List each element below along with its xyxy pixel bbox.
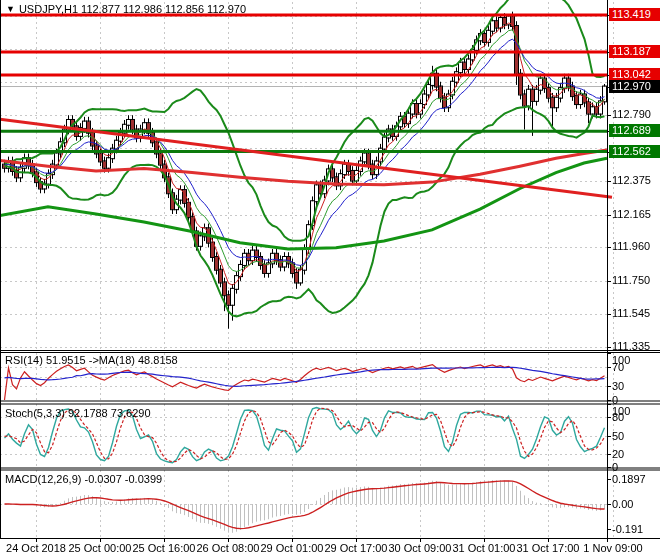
symbol-dropdown-icon[interactable]: ▼ — [6, 4, 15, 15]
price-badge-red: 113.419 — [609, 8, 660, 21]
chart-title: USDJPY,H1 112.877 112.986 112.856 112.97… — [19, 3, 246, 15]
macd-indicator-label: MACD(12,26,9) -0.0307 -0.0399 — [5, 473, 162, 485]
rsi-indicator-label: RSI(14) 51.9515 ->MA(18) 48.8158 — [5, 354, 178, 366]
indicator-scale-tick: 20 — [612, 448, 624, 460]
indicator-scale-tick: 80 — [612, 411, 624, 423]
indicator-scale-tick: 0 — [612, 461, 618, 473]
time-axis-label: 1 Nov 09:00 — [568, 542, 658, 554]
price-badge-green: 112.562 — [609, 145, 660, 158]
indicator-scale-tick: -0.191 — [612, 523, 643, 535]
price-badge-red: 113.187 — [609, 45, 660, 58]
indicator-scale-tick: 70 — [612, 361, 624, 373]
indicator-scale-tick: 0.00 — [612, 498, 633, 510]
chart-title-bar: ▼ USDJPY,H1 112.877 112.986 112.856 112.… — [6, 3, 246, 15]
price-tick: 111.335 — [612, 340, 650, 352]
stoch-indicator-label: Stoch(5,3,3) 92.1788 73.6290 — [5, 407, 151, 419]
indicator-scale-tick: 0.1897 — [612, 473, 646, 485]
price-tick: 111.960 — [612, 240, 650, 252]
price-badge-green: 112.689 — [609, 124, 660, 137]
indicator-scale-tick: 50 — [612, 430, 624, 442]
price-badge-black: 112.970 — [609, 80, 660, 93]
price-tick: 111.750 — [612, 274, 650, 286]
indicator-scale-tick: 30 — [612, 380, 624, 392]
price-tick: 112.375 — [612, 174, 651, 186]
price-tick: 112.790 — [612, 108, 651, 120]
price-tick: 111.545 — [612, 307, 650, 319]
price-tick: 112.165 — [612, 208, 651, 220]
trading-terminal-chart: ▼ USDJPY,H1 112.877 112.986 112.856 112.… — [0, 0, 660, 560]
